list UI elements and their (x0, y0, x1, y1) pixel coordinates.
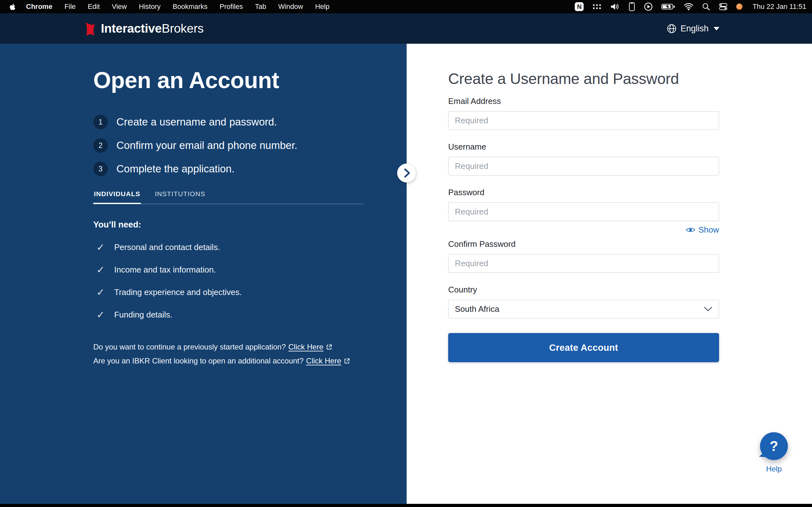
brand-name: InteractiveBrokers (101, 21, 204, 36)
check-icon: ✓ (96, 287, 105, 297)
continue-link-label: Click Here (288, 343, 323, 351)
email-field[interactable] (448, 111, 719, 130)
check-icon: ✓ (96, 310, 105, 320)
screen-bottom-strip (0, 504, 812, 507)
chevron-right-icon (397, 164, 416, 182)
caret-down-icon (714, 27, 719, 31)
brand-name-primary: Interactive (101, 21, 162, 35)
page-title: Open an Account (93, 67, 381, 93)
apple-icon (9, 3, 15, 10)
play-icon (644, 2, 653, 11)
expand-panel-button[interactable] (397, 164, 416, 182)
username-field-group: Username (448, 142, 719, 176)
wifi-menu-item[interactable] (684, 3, 693, 10)
menubar-status-area: N (575, 2, 806, 11)
checklist-item: ✓ Funding details. (93, 310, 381, 320)
control-center-menu-item[interactable] (719, 2, 728, 11)
play-menu-item[interactable] (644, 2, 653, 11)
menubar-item-view[interactable]: View (106, 3, 133, 11)
step-item-1: 1 Create a username and password. (93, 115, 381, 129)
requirements-checklist: ✓ Personal and contact details. ✓ Income… (93, 242, 381, 320)
page-body: Open an Account 1 Create a username and … (0, 44, 812, 504)
menubar-item-tab[interactable]: Tab (249, 3, 272, 11)
step-item-3: 3 Complete the application. (93, 162, 381, 176)
username-label: Username (448, 142, 719, 152)
globe-icon (667, 24, 676, 34)
password-field[interactable] (448, 203, 719, 221)
show-password-toggle[interactable]: Show (448, 225, 719, 235)
confirm-password-field[interactable] (448, 254, 719, 273)
country-label: Country (448, 285, 719, 295)
password-label: Password (448, 187, 719, 198)
wifi-icon (684, 3, 693, 10)
checklist-item: ✓ Personal and contact details. (93, 242, 381, 252)
additional-account-row: Are you an IBKR Client looking to open a… (93, 356, 381, 365)
interactive-brokers-logo-icon (84, 20, 96, 37)
battery-menu-item[interactable] (661, 3, 675, 10)
battery-charging-icon (661, 3, 675, 10)
menubar-item-bookmarks[interactable]: Bookmarks (166, 3, 213, 11)
brand-name-secondary: Brokers (162, 21, 204, 35)
step-text: Confirm your email and phone number. (116, 139, 297, 152)
additional-account-link[interactable]: Click Here (306, 356, 350, 365)
create-account-button[interactable]: Create Account (448, 333, 719, 362)
continue-application-text: Do you want to continue a previously sta… (93, 343, 286, 351)
check-icon: ✓ (96, 242, 105, 252)
search-icon (702, 3, 710, 11)
site-header: InteractiveBrokers English (0, 13, 812, 44)
status-dot-icon (736, 3, 743, 10)
volume-icon (610, 3, 620, 11)
language-label: English (680, 24, 709, 34)
language-selector[interactable]: English (667, 24, 719, 34)
menubar-app-name[interactable]: Chrome (20, 3, 58, 11)
steps-list: 1 Create a username and password. 2 Conf… (93, 115, 381, 176)
checklist-text: Trading experience and objectives. (114, 287, 242, 297)
confirm-password-field-group: Confirm Password (448, 239, 719, 273)
tab-institutions[interactable]: INSTITUTIONS (154, 190, 206, 204)
check-icon: ✓ (96, 265, 105, 275)
volume-menu-item[interactable] (610, 3, 620, 11)
menubar-item-profiles[interactable]: Profiles (213, 3, 249, 11)
create-account-form: Create a Username and Password Email Add… (448, 70, 719, 362)
step-number-badge: 2 (93, 138, 108, 153)
notion-icon: N (575, 2, 583, 11)
apple-menu[interactable] (9, 3, 20, 10)
phone-mirroring-menu-item[interactable] (628, 2, 635, 11)
menubar-item-window[interactable]: Window (272, 3, 309, 11)
confirm-password-label: Confirm Password (448, 239, 719, 249)
form-title: Create a Username and Password (448, 70, 719, 88)
username-field[interactable] (448, 157, 719, 176)
need-heading: You’ll need: (93, 220, 381, 230)
menubar-item-file[interactable]: File (58, 3, 82, 11)
help-widget[interactable]: ? Help (760, 432, 788, 473)
brand-logo[interactable]: InteractiveBrokers (84, 20, 204, 37)
notion-menu-item[interactable]: N (575, 2, 583, 11)
helper-links: Do you want to continue a previously sta… (93, 343, 381, 365)
menubar-item-edit[interactable]: Edit (82, 3, 106, 11)
dots-grid-menu-item[interactable] (592, 3, 602, 10)
control-center-icon (719, 2, 728, 11)
dots-grid-icon (592, 3, 602, 10)
step-item-2: 2 Confirm your email and phone number. (93, 138, 381, 153)
audience-tabs: INDIVIDUALS INSTITUTIONS (93, 190, 363, 204)
country-select[interactable]: South Africa (448, 300, 719, 319)
menubar-item-history[interactable]: History (133, 3, 166, 11)
question-mark-icon: ? (770, 438, 778, 454)
show-password-label: Show (699, 225, 719, 235)
country-selected-value: South Africa (455, 304, 499, 314)
email-label: Email Address (448, 96, 719, 106)
app-dot-menu-item[interactable] (736, 3, 743, 10)
chevron-down-icon (704, 307, 712, 312)
menubar-clock[interactable]: Thu 22 Jan 11:51 (751, 3, 806, 11)
external-link-icon (344, 358, 350, 364)
help-bubble-icon[interactable]: ? (760, 432, 788, 460)
help-label: Help (766, 464, 781, 473)
password-field-group: Password Show (448, 187, 719, 235)
checklist-item: ✓ Trading experience and objectives. (93, 287, 381, 297)
menubar-item-help[interactable]: Help (309, 3, 335, 11)
step-text: Create a username and password. (116, 116, 277, 128)
tab-individuals[interactable]: INDIVIDUALS (93, 190, 141, 204)
continue-application-link[interactable]: Click Here (288, 343, 333, 351)
spotlight-menu-item[interactable] (702, 3, 710, 11)
form-panel: Create a Username and Password Email Add… (407, 44, 812, 504)
